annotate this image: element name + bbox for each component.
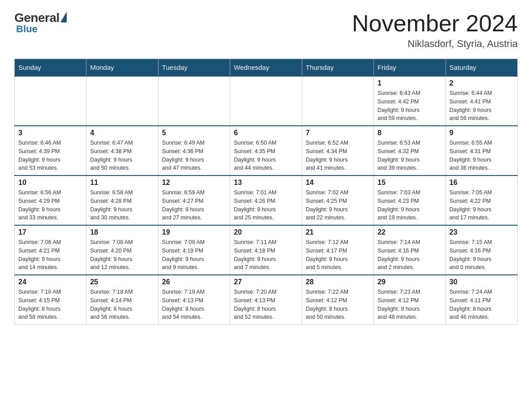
day-info: Sunrise: 6:59 AMSunset: 4:27 PMDaylight:… <box>162 188 226 222</box>
day-number: 9 <box>450 129 514 137</box>
day-number: 2 <box>450 79 514 87</box>
day-number: 6 <box>234 129 298 137</box>
day-info: Sunrise: 6:49 AMSunset: 4:36 PMDaylight:… <box>162 139 226 172</box>
logo-triangle-icon <box>60 12 67 22</box>
calendar-day-cell: 22Sunrise: 7:14 AMSunset: 4:16 PMDayligh… <box>374 225 446 275</box>
calendar-day-cell: 3Sunrise: 6:46 AMSunset: 4:39 PMDaylight… <box>15 126 86 176</box>
day-info: Sunrise: 7:06 AMSunset: 4:21 PMDaylight:… <box>18 238 82 272</box>
day-info: Sunrise: 6:52 AMSunset: 4:34 PMDaylight:… <box>306 139 370 172</box>
day-number: 27 <box>234 278 298 286</box>
day-of-week-header: Tuesday <box>158 59 230 77</box>
calendar-day-cell <box>158 76 230 126</box>
calendar-day-cell: 24Sunrise: 7:16 AMSunset: 4:15 PMDayligh… <box>15 275 86 325</box>
month-title: November 2024 <box>352 11 518 36</box>
day-number: 24 <box>18 278 82 286</box>
day-info: Sunrise: 7:24 AMSunset: 4:11 PMDaylight:… <box>450 288 514 321</box>
day-number: 12 <box>162 179 226 187</box>
day-info: Sunrise: 6:46 AMSunset: 4:39 PMDaylight:… <box>18 139 82 172</box>
day-info: Sunrise: 6:47 AMSunset: 4:38 PMDaylight:… <box>90 139 154 172</box>
calendar-day-cell: 18Sunrise: 7:08 AMSunset: 4:20 PMDayligh… <box>86 225 158 275</box>
day-number: 26 <box>162 278 226 286</box>
day-number: 21 <box>306 228 370 236</box>
day-number: 4 <box>90 129 154 137</box>
title-section: November 2024 Niklasdorf, Styria, Austri… <box>352 11 518 50</box>
calendar-day-cell: 13Sunrise: 7:01 AMSunset: 4:26 PMDayligh… <box>230 176 302 225</box>
logo-blue-text: Blue <box>16 23 38 35</box>
calendar-day-cell: 5Sunrise: 6:49 AMSunset: 4:36 PMDaylight… <box>158 126 230 176</box>
day-number: 22 <box>378 228 442 236</box>
calendar-day-cell <box>86 76 158 126</box>
page-header: General Blue November 2024 Niklasdorf, S… <box>14 11 518 50</box>
day-number: 17 <box>18 228 82 236</box>
day-number: 16 <box>450 179 514 187</box>
day-number: 20 <box>234 228 298 236</box>
day-number: 13 <box>234 179 298 187</box>
day-number: 3 <box>18 129 82 137</box>
day-info: Sunrise: 7:08 AMSunset: 4:20 PMDaylight:… <box>90 238 154 272</box>
calendar-day-cell: 8Sunrise: 6:53 AMSunset: 4:32 PMDaylight… <box>374 126 446 176</box>
day-info: Sunrise: 6:56 AMSunset: 4:29 PMDaylight:… <box>18 188 82 222</box>
calendar-day-cell: 16Sunrise: 7:05 AMSunset: 4:22 PMDayligh… <box>446 176 517 225</box>
day-info: Sunrise: 6:50 AMSunset: 4:35 PMDaylight:… <box>234 139 298 172</box>
day-of-week-header: Wednesday <box>230 59 302 77</box>
calendar-week-row: 1Sunrise: 6:43 AMSunset: 4:42 PMDaylight… <box>15 76 518 126</box>
day-number: 8 <box>378 129 442 137</box>
day-info: Sunrise: 7:19 AMSunset: 4:13 PMDaylight:… <box>162 288 226 321</box>
day-number: 19 <box>162 228 226 236</box>
calendar-week-row: 3Sunrise: 6:46 AMSunset: 4:39 PMDaylight… <box>15 126 518 176</box>
calendar-day-cell: 15Sunrise: 7:03 AMSunset: 4:23 PMDayligh… <box>374 176 446 225</box>
day-info: Sunrise: 7:22 AMSunset: 4:12 PMDaylight:… <box>306 288 370 321</box>
calendar-day-cell: 10Sunrise: 6:56 AMSunset: 4:29 PMDayligh… <box>15 176 86 225</box>
calendar-day-cell: 27Sunrise: 7:20 AMSunset: 4:13 PMDayligh… <box>230 275 302 325</box>
day-number: 25 <box>90 278 154 286</box>
calendar-week-row: 10Sunrise: 6:56 AMSunset: 4:29 PMDayligh… <box>15 176 518 225</box>
day-info: Sunrise: 6:44 AMSunset: 4:41 PMDaylight:… <box>450 89 514 123</box>
day-number: 14 <box>306 179 370 187</box>
day-info: Sunrise: 7:20 AMSunset: 4:13 PMDaylight:… <box>234 288 298 321</box>
day-number: 28 <box>306 278 370 286</box>
calendar-day-cell: 28Sunrise: 7:22 AMSunset: 4:12 PMDayligh… <box>302 275 373 325</box>
location-title: Niklasdorf, Styria, Austria <box>352 38 518 50</box>
calendar-day-cell: 29Sunrise: 7:23 AMSunset: 4:12 PMDayligh… <box>374 275 446 325</box>
day-number: 7 <box>306 129 370 137</box>
day-info: Sunrise: 7:14 AMSunset: 4:16 PMDaylight:… <box>378 238 442 272</box>
day-number: 23 <box>450 228 514 236</box>
day-number: 30 <box>450 278 514 286</box>
day-of-week-header: Sunday <box>15 59 86 77</box>
calendar-week-row: 17Sunrise: 7:06 AMSunset: 4:21 PMDayligh… <box>15 225 518 275</box>
day-info: Sunrise: 7:01 AMSunset: 4:26 PMDaylight:… <box>234 188 298 222</box>
calendar-day-cell: 26Sunrise: 7:19 AMSunset: 4:13 PMDayligh… <box>158 275 230 325</box>
day-info: Sunrise: 7:02 AMSunset: 4:25 PMDaylight:… <box>306 188 370 222</box>
calendar-day-cell: 21Sunrise: 7:12 AMSunset: 4:17 PMDayligh… <box>302 225 373 275</box>
day-info: Sunrise: 7:09 AMSunset: 4:19 PMDaylight:… <box>162 238 226 272</box>
calendar-header-row: SundayMondayTuesdayWednesdayThursdayFrid… <box>15 59 518 77</box>
day-info: Sunrise: 7:15 AMSunset: 4:16 PMDaylight:… <box>450 238 514 272</box>
day-info: Sunrise: 7:16 AMSunset: 4:15 PMDaylight:… <box>18 288 82 321</box>
calendar-day-cell: 23Sunrise: 7:15 AMSunset: 4:16 PMDayligh… <box>446 225 517 275</box>
calendar-day-cell: 9Sunrise: 6:55 AMSunset: 4:31 PMDaylight… <box>446 126 517 176</box>
calendar-week-row: 24Sunrise: 7:16 AMSunset: 4:15 PMDayligh… <box>15 275 518 325</box>
calendar-day-cell <box>15 76 86 126</box>
logo: General Blue <box>14 11 67 35</box>
day-number: 29 <box>378 278 442 286</box>
day-info: Sunrise: 6:58 AMSunset: 4:28 PMDaylight:… <box>90 188 154 222</box>
calendar-day-cell: 20Sunrise: 7:11 AMSunset: 4:18 PMDayligh… <box>230 225 302 275</box>
calendar-day-cell: 7Sunrise: 6:52 AMSunset: 4:34 PMDaylight… <box>302 126 373 176</box>
day-of-week-header: Monday <box>86 59 158 77</box>
day-number: 18 <box>90 228 154 236</box>
day-number: 5 <box>162 129 226 137</box>
calendar-day-cell: 14Sunrise: 7:02 AMSunset: 4:25 PMDayligh… <box>302 176 373 225</box>
day-info: Sunrise: 7:03 AMSunset: 4:23 PMDaylight:… <box>378 188 442 222</box>
calendar-table: SundayMondayTuesdayWednesdayThursdayFrid… <box>14 59 518 325</box>
calendar-day-cell: 1Sunrise: 6:43 AMSunset: 4:42 PMDaylight… <box>374 76 446 126</box>
calendar-day-cell: 11Sunrise: 6:58 AMSunset: 4:28 PMDayligh… <box>86 176 158 225</box>
day-number: 1 <box>378 79 442 87</box>
calendar-day-cell: 2Sunrise: 6:44 AMSunset: 4:41 PMDaylight… <box>446 76 517 126</box>
calendar-day-cell: 19Sunrise: 7:09 AMSunset: 4:19 PMDayligh… <box>158 225 230 275</box>
day-info: Sunrise: 7:11 AMSunset: 4:18 PMDaylight:… <box>234 238 298 272</box>
calendar-day-cell: 12Sunrise: 6:59 AMSunset: 4:27 PMDayligh… <box>158 176 230 225</box>
day-info: Sunrise: 6:43 AMSunset: 4:42 PMDaylight:… <box>378 89 442 123</box>
day-number: 11 <box>90 179 154 187</box>
day-info: Sunrise: 6:53 AMSunset: 4:32 PMDaylight:… <box>378 139 442 172</box>
day-info: Sunrise: 6:55 AMSunset: 4:31 PMDaylight:… <box>450 139 514 172</box>
